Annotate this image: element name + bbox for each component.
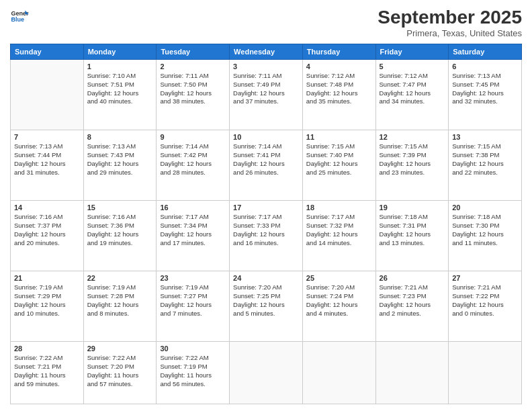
month-title: September 2025 [378, 7, 522, 28]
day-number: 3 [233, 62, 299, 71]
day-number: 4 [306, 62, 372, 71]
day-number: 2 [160, 62, 226, 71]
day-number: 15 [87, 203, 153, 212]
table-row: 3Sunrise: 7:11 AMSunset: 7:49 PMDaylight… [230, 60, 303, 130]
day-number: 18 [306, 203, 372, 212]
day-info: Sunrise: 7:14 AMSunset: 7:42 PMDaylight:… [160, 142, 226, 177]
table-row: 28Sunrise: 7:22 AMSunset: 7:21 PMDayligh… [11, 342, 84, 404]
table-row: 5Sunrise: 7:12 AMSunset: 7:47 PMDaylight… [375, 60, 449, 130]
col-wednesday: Wednesday [230, 44, 303, 60]
day-info: Sunrise: 7:13 AMSunset: 7:43 PMDaylight:… [87, 142, 153, 177]
day-number: 21 [14, 274, 80, 282]
table-row: 30Sunrise: 7:22 AMSunset: 7:19 PMDayligh… [157, 342, 230, 404]
table-row: 12Sunrise: 7:15 AMSunset: 7:39 PMDayligh… [375, 130, 449, 201]
day-number: 7 [14, 133, 80, 141]
day-info: Sunrise: 7:12 AMSunset: 7:48 PMDaylight:… [306, 72, 372, 106]
day-info: Sunrise: 7:16 AMSunset: 7:36 PMDaylight:… [87, 213, 153, 247]
table-row [302, 342, 375, 404]
day-info: Sunrise: 7:15 AMSunset: 7:39 PMDaylight:… [380, 142, 445, 177]
table-row: 18Sunrise: 7:17 AMSunset: 7:32 PMDayligh… [302, 201, 375, 271]
table-row [11, 60, 84, 130]
table-row: 16Sunrise: 7:17 AMSunset: 7:34 PMDayligh… [157, 201, 230, 271]
day-info: Sunrise: 7:16 AMSunset: 7:37 PMDaylight:… [14, 213, 80, 247]
day-number: 27 [452, 274, 518, 282]
table-row: 25Sunrise: 7:20 AMSunset: 7:24 PMDayligh… [302, 271, 375, 342]
day-info: Sunrise: 7:21 AMSunset: 7:23 PMDaylight:… [380, 283, 445, 318]
col-tuesday: Tuesday [157, 44, 230, 60]
table-row: 26Sunrise: 7:21 AMSunset: 7:23 PMDayligh… [375, 271, 449, 342]
logo-icon: General Blue [10, 7, 29, 26]
day-number: 22 [87, 274, 153, 282]
table-row: 19Sunrise: 7:18 AMSunset: 7:31 PMDayligh… [375, 201, 449, 271]
day-number: 11 [306, 133, 372, 141]
day-number: 12 [380, 133, 445, 141]
table-row: 8Sunrise: 7:13 AMSunset: 7:43 PMDaylight… [83, 130, 157, 201]
table-row: 17Sunrise: 7:17 AMSunset: 7:33 PMDayligh… [230, 201, 303, 271]
location-subtitle: Primera, Texas, United States [378, 28, 522, 38]
day-info: Sunrise: 7:12 AMSunset: 7:47 PMDaylight:… [380, 72, 445, 106]
col-saturday: Saturday [449, 44, 522, 60]
day-number: 26 [380, 274, 445, 282]
day-number: 8 [87, 133, 153, 141]
table-row: 13Sunrise: 7:15 AMSunset: 7:38 PMDayligh… [449, 130, 522, 201]
day-info: Sunrise: 7:18 AMSunset: 7:31 PMDaylight:… [380, 213, 445, 247]
day-info: Sunrise: 7:10 AMSunset: 7:51 PMDaylight:… [87, 72, 153, 106]
day-info: Sunrise: 7:17 AMSunset: 7:33 PMDaylight:… [233, 213, 299, 247]
table-row: 6Sunrise: 7:13 AMSunset: 7:45 PMDaylight… [449, 60, 522, 130]
day-info: Sunrise: 7:13 AMSunset: 7:44 PMDaylight:… [14, 142, 80, 177]
day-info: Sunrise: 7:18 AMSunset: 7:30 PMDaylight:… [452, 213, 518, 247]
table-row [449, 342, 522, 404]
table-row: 4Sunrise: 7:12 AMSunset: 7:48 PMDaylight… [302, 60, 375, 130]
day-info: Sunrise: 7:20 AMSunset: 7:24 PMDaylight:… [306, 283, 372, 318]
calendar-header-row: Sunday Monday Tuesday Wednesday Thursday… [11, 44, 522, 60]
day-info: Sunrise: 7:19 AMSunset: 7:29 PMDaylight:… [14, 283, 80, 318]
logo: General Blue [10, 7, 29, 26]
header: General Blue September 2025 Primera, Tex… [10, 7, 522, 38]
title-block: September 2025 Primera, Texas, United St… [378, 7, 522, 38]
table-row: 2Sunrise: 7:11 AMSunset: 7:50 PMDaylight… [157, 60, 230, 130]
calendar-week-row: 28Sunrise: 7:22 AMSunset: 7:21 PMDayligh… [11, 342, 522, 404]
calendar-week-row: 1Sunrise: 7:10 AMSunset: 7:51 PMDaylight… [11, 60, 522, 130]
table-row [375, 342, 449, 404]
calendar-week-row: 14Sunrise: 7:16 AMSunset: 7:37 PMDayligh… [11, 201, 522, 271]
table-row: 10Sunrise: 7:14 AMSunset: 7:41 PMDayligh… [230, 130, 303, 201]
table-row: 15Sunrise: 7:16 AMSunset: 7:36 PMDayligh… [83, 201, 157, 271]
day-number: 23 [160, 274, 226, 282]
page: General Blue September 2025 Primera, Tex… [0, 0, 532, 411]
calendar-week-row: 21Sunrise: 7:19 AMSunset: 7:29 PMDayligh… [11, 271, 522, 342]
table-row: 20Sunrise: 7:18 AMSunset: 7:30 PMDayligh… [449, 201, 522, 271]
table-row: 21Sunrise: 7:19 AMSunset: 7:29 PMDayligh… [11, 271, 84, 342]
day-number: 16 [160, 203, 226, 212]
day-number: 28 [14, 345, 80, 353]
day-info: Sunrise: 7:17 AMSunset: 7:34 PMDaylight:… [160, 213, 226, 247]
calendar-week-row: 7Sunrise: 7:13 AMSunset: 7:44 PMDaylight… [11, 130, 522, 201]
day-number: 14 [14, 203, 80, 212]
day-number: 24 [233, 274, 299, 282]
day-info: Sunrise: 7:15 AMSunset: 7:38 PMDaylight:… [452, 142, 518, 177]
table-row: 27Sunrise: 7:21 AMSunset: 7:22 PMDayligh… [449, 271, 522, 342]
day-info: Sunrise: 7:11 AMSunset: 7:50 PMDaylight:… [160, 72, 226, 106]
day-info: Sunrise: 7:19 AMSunset: 7:27 PMDaylight:… [160, 283, 226, 318]
table-row: 9Sunrise: 7:14 AMSunset: 7:42 PMDaylight… [157, 130, 230, 201]
day-number: 19 [380, 203, 445, 212]
calendar-table: Sunday Monday Tuesday Wednesday Thursday… [10, 44, 522, 404]
day-number: 29 [87, 345, 153, 353]
day-number: 6 [452, 62, 518, 71]
table-row: 29Sunrise: 7:22 AMSunset: 7:20 PMDayligh… [83, 342, 157, 404]
day-info: Sunrise: 7:22 AMSunset: 7:19 PMDaylight:… [160, 354, 226, 388]
svg-text:Blue: Blue [11, 16, 24, 23]
table-row: 22Sunrise: 7:19 AMSunset: 7:28 PMDayligh… [83, 271, 157, 342]
day-number: 17 [233, 203, 299, 212]
col-thursday: Thursday [302, 44, 375, 60]
day-info: Sunrise: 7:15 AMSunset: 7:40 PMDaylight:… [306, 142, 372, 177]
table-row [230, 342, 303, 404]
table-row: 11Sunrise: 7:15 AMSunset: 7:40 PMDayligh… [302, 130, 375, 201]
day-number: 20 [452, 203, 518, 212]
day-number: 5 [380, 62, 445, 71]
table-row: 1Sunrise: 7:10 AMSunset: 7:51 PMDaylight… [83, 60, 157, 130]
day-info: Sunrise: 7:17 AMSunset: 7:32 PMDaylight:… [306, 213, 372, 247]
day-number: 13 [452, 133, 518, 141]
table-row: 23Sunrise: 7:19 AMSunset: 7:27 PMDayligh… [157, 271, 230, 342]
day-info: Sunrise: 7:11 AMSunset: 7:49 PMDaylight:… [233, 72, 299, 106]
day-number: 10 [233, 133, 299, 141]
